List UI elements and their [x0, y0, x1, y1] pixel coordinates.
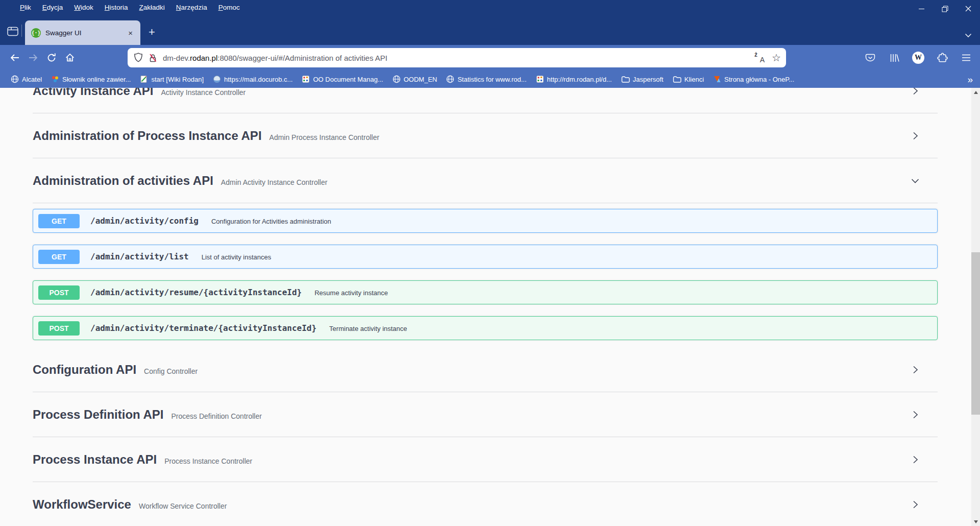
bookmark-folder[interactable]: Klienci [668, 74, 708, 85]
scroll-down-button[interactable] [971, 517, 980, 526]
browser-window: Plik Edycja Widok Historia Zakładki Narz… [0, 0, 980, 526]
new-tab-button[interactable]: + [149, 27, 155, 38]
operation-description: Terminate activity instance [329, 324, 407, 332]
url-text[interactable]: dm-dev.rodan.pl:8080/swagger-ui/#/Admini… [163, 54, 749, 62]
translate-button[interactable]: ż A [754, 53, 765, 63]
extensions-button[interactable] [934, 49, 951, 66]
operation-row-post-terminate[interactable]: POST /admin/activity/terminate/{activity… [33, 316, 938, 340]
insecure-lock-icon[interactable] [148, 53, 158, 63]
collapse-button[interactable] [910, 176, 920, 186]
expand-button[interactable] [910, 131, 920, 141]
api-section-configuration[interactable]: Configuration API Config Controller [33, 347, 938, 392]
api-section-workflow-service[interactable]: WorkflowService Workflow Service Control… [33, 482, 938, 526]
chevron-right-icon [910, 410, 920, 420]
reload-button[interactable] [42, 49, 60, 66]
tab-bar: {·} Swagger UI × + [0, 14, 980, 45]
pocket-button[interactable] [862, 49, 879, 66]
wiki-page-icon [140, 75, 148, 83]
vertical-scrollbar[interactable] [971, 88, 980, 526]
library-icon [889, 53, 899, 63]
tracking-protection-shield-icon[interactable] [134, 53, 143, 63]
pocket-icon [865, 53, 875, 63]
bookmark-item[interactable]: Statistics for www.rod... [442, 73, 531, 85]
library-button[interactable] [886, 49, 903, 66]
reload-icon [46, 53, 57, 63]
api-section-process-definition[interactable]: Process Definition API Process Definitio… [33, 392, 938, 437]
menu-item-pomoc[interactable]: Pomoc [213, 4, 246, 11]
address-bar[interactable]: dm-dev.rodan.pl:8080/swagger-ui/#/Admini… [128, 48, 786, 67]
menu-item-plik[interactable]: Plik [14, 4, 37, 11]
folder-icon [621, 76, 630, 83]
bookmark-item[interactable]: Strona główna - OneP... [708, 73, 799, 85]
operation-path: /admin/activity/list [90, 252, 189, 261]
method-badge: POST [38, 285, 80, 300]
hamburger-icon [962, 54, 971, 61]
api-section-admin-activities[interactable]: Administration of activities API Admin A… [33, 158, 938, 203]
close-icon [965, 6, 971, 12]
bookmark-item[interactable]: Alcatel [6, 73, 46, 85]
chevron-right-icon [910, 131, 920, 141]
wikipedia-extension-button[interactable]: W [910, 49, 927, 66]
api-section-admin-process-instance[interactable]: Administration of Process Instance API A… [33, 113, 938, 158]
expand-button[interactable] [910, 365, 920, 375]
mail-sphere-icon [213, 75, 221, 83]
api-section-activity-instance[interactable]: Activity Instance API Activity Instance … [33, 88, 938, 113]
scrollbar-thumb[interactable] [971, 252, 980, 415]
menu-item-edycja[interactable]: Edycja [37, 4, 69, 11]
operation-row-get-config[interactable]: GET /admin/activity/config Configuration… [33, 209, 938, 233]
home-button[interactable] [61, 49, 79, 66]
section-subtitle: Workflow Service Controller [139, 499, 227, 510]
firefox-view-button[interactable] [5, 23, 20, 39]
bookmark-item[interactable]: OODM_EN [388, 73, 442, 85]
section-subtitle: Process Definition Controller [172, 409, 262, 420]
operation-row-post-resume[interactable]: POST /admin/activity/resume/{activityIns… [33, 280, 938, 304]
page-content: Activity Instance API Activity Instance … [0, 88, 980, 526]
firefox-view-icon [7, 27, 18, 36]
menu-item-narzedzia[interactable]: Narzędzia [170, 4, 213, 11]
bookmarks-overflow-button[interactable]: » [967, 75, 973, 84]
colorful-dots-icon [302, 75, 310, 83]
bookmark-item[interactable]: Słownik online zawier... [46, 73, 135, 85]
globe-icon [393, 75, 401, 83]
back-button[interactable] [6, 49, 23, 66]
expand-button[interactable] [910, 410, 920, 420]
section-subtitle: Activity Instance Controller [161, 88, 246, 97]
bookmark-item[interactable]: OO Document Manag... [297, 73, 387, 85]
menu-item-zakladki[interactable]: Zakładki [134, 4, 170, 11]
operation-path: /admin/activity/config [90, 216, 199, 226]
home-icon [64, 52, 76, 63]
urlbar-actions: ż A ☆ [754, 53, 781, 63]
expand-button[interactable] [910, 499, 920, 510]
operation-row-get-list[interactable]: GET /admin/activity/list List of activit… [33, 245, 938, 269]
expand-button[interactable] [910, 88, 920, 96]
scroll-down-arrow-icon [974, 520, 978, 523]
wikipedia-w-icon: W [912, 52, 924, 64]
section-subtitle: Admin Process Instance Controller [270, 130, 380, 141]
bookmark-item[interactable]: start [Wiki Rodan] [135, 73, 208, 85]
list-all-tabs-button[interactable] [965, 33, 972, 38]
chevron-down-icon [910, 176, 920, 186]
bookmark-star-button[interactable]: ☆ [772, 53, 781, 63]
menu-item-historia[interactable]: Historia [99, 4, 134, 11]
browser-tab[interactable]: {·} Swagger UI × [25, 20, 140, 45]
bookmark-item[interactable]: http://rdm.rodan.pl/d... [531, 73, 617, 85]
forward-arrow-icon [28, 52, 39, 63]
app-menu-button[interactable] [958, 49, 975, 66]
tab-close-button[interactable]: × [126, 28, 135, 38]
forward-button[interactable] [24, 49, 42, 66]
expand-button[interactable] [910, 455, 920, 465]
section-title: Activity Instance API [33, 88, 154, 98]
section-title: WorkflowService [33, 497, 131, 512]
bookmark-item[interactable]: https://mail.docurob.c... [208, 73, 297, 85]
api-section-process-instance[interactable]: Process Instance API Process Instance Co… [33, 437, 938, 482]
restore-icon [942, 6, 948, 12]
operations-list: GET /admin/activity/config Configuration… [33, 203, 938, 347]
operation-path: /admin/activity/terminate/{activityInsta… [90, 323, 316, 333]
method-badge: GET [38, 214, 80, 228]
bookmark-folder[interactable]: Jaspersoft [617, 74, 668, 85]
menu-item-widok[interactable]: Widok [68, 4, 99, 11]
swagger-sections: Activity Instance API Activity Instance … [33, 88, 938, 526]
chevron-down-icon [965, 33, 972, 38]
onepager-triangles-icon [713, 75, 721, 83]
scroll-up-button[interactable] [971, 88, 980, 97]
